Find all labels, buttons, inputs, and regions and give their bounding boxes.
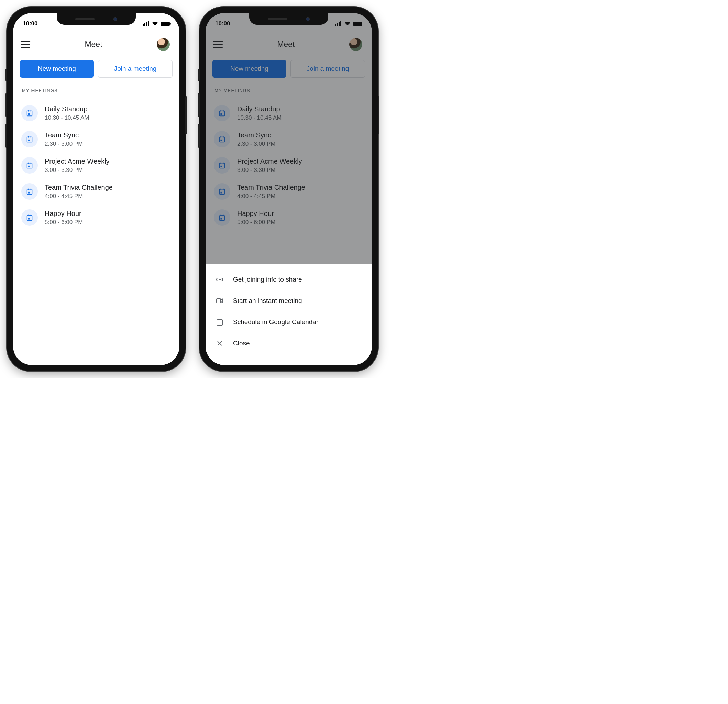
section-label: MY MEETINGS — [13, 85, 179, 100]
video-icon — [215, 296, 224, 305]
meeting-time: 4:00 - 4:45 PM — [45, 193, 113, 200]
calendar-icon — [215, 318, 224, 327]
app-title: Meet — [85, 40, 102, 49]
phone-mockup-left: 10:00 Meet New meeting Join a meeting MY… — [7, 7, 186, 371]
meeting-item[interactable]: Project Acme Weekly 3:00 - 3:30 PM — [18, 152, 175, 178]
meeting-title: Daily Standup — [45, 105, 89, 113]
meeting-time: 5:00 - 6:00 PM — [45, 219, 83, 226]
calendar-event-icon — [21, 131, 38, 147]
status-time: 10:00 — [23, 20, 38, 27]
meeting-item[interactable]: Happy Hour 5:00 - 6:00 PM — [18, 205, 175, 231]
meeting-list: Daily Standup 10:30 - 10:45 AM Team Sync… — [13, 100, 179, 231]
calendar-event-icon — [21, 157, 38, 173]
meeting-time: 3:00 - 3:30 PM — [45, 167, 110, 173]
app-header: Meet — [13, 30, 179, 58]
meeting-time: 2:30 - 3:00 PM — [45, 140, 83, 147]
svg-rect-7 — [28, 140, 30, 141]
meeting-time: 10:30 - 10:45 AM — [45, 114, 89, 121]
meeting-title: Project Acme Weekly — [45, 158, 110, 165]
join-meeting-button[interactable]: Join a meeting — [98, 60, 173, 78]
svg-rect-5 — [28, 113, 30, 115]
status-icons — [143, 21, 170, 26]
svg-rect-11 — [28, 192, 30, 194]
calendar-event-icon — [21, 105, 38, 121]
sheet-close-label: Close — [233, 340, 250, 347]
svg-rect-12 — [27, 215, 32, 221]
sheet-instant[interactable]: Start an instant meeting — [205, 290, 372, 311]
calendar-event-icon — [21, 210, 38, 226]
menu-icon[interactable] — [21, 41, 30, 48]
avatar[interactable] — [157, 38, 170, 51]
meeting-item[interactable]: Team Trivia Challenge 4:00 - 4:45 PM — [18, 178, 175, 205]
svg-rect-3 — [148, 21, 149, 26]
new-meeting-button[interactable]: New meeting — [20, 60, 94, 78]
sheet-instant-label: Start an instant meeting — [233, 297, 302, 305]
bottom-sheet: Get joining info to share Start an insta… — [205, 264, 372, 365]
sheet-schedule-label: Schedule in Google Calendar — [233, 318, 318, 326]
svg-rect-10 — [27, 189, 32, 195]
svg-rect-13 — [28, 218, 30, 220]
sheet-share[interactable]: Get joining info to share — [205, 269, 372, 290]
svg-rect-2 — [146, 22, 147, 26]
sheet-share-label: Get joining info to share — [233, 276, 302, 283]
calendar-event-icon — [21, 183, 38, 200]
meeting-title: Team Sync — [45, 131, 83, 139]
sheet-schedule[interactable]: Schedule in Google Calendar — [205, 311, 372, 333]
phone-mockup-right: 10:00 Meet New meeting Join a meeting MY… — [199, 7, 378, 371]
meeting-title: Happy Hour — [45, 210, 83, 218]
meeting-item[interactable]: Daily Standup 10:30 - 10:45 AM — [18, 100, 175, 126]
sheet-close[interactable]: Close — [205, 333, 372, 354]
meeting-title: Team Trivia Challenge — [45, 184, 113, 191]
svg-rect-28 — [217, 299, 221, 303]
svg-rect-9 — [28, 166, 30, 168]
svg-rect-1 — [144, 23, 145, 26]
svg-rect-0 — [143, 24, 144, 26]
meeting-item[interactable]: Team Sync 2:30 - 3:00 PM — [18, 126, 175, 152]
link-icon — [215, 275, 224, 284]
svg-rect-29 — [217, 320, 222, 325]
close-icon — [215, 339, 224, 348]
